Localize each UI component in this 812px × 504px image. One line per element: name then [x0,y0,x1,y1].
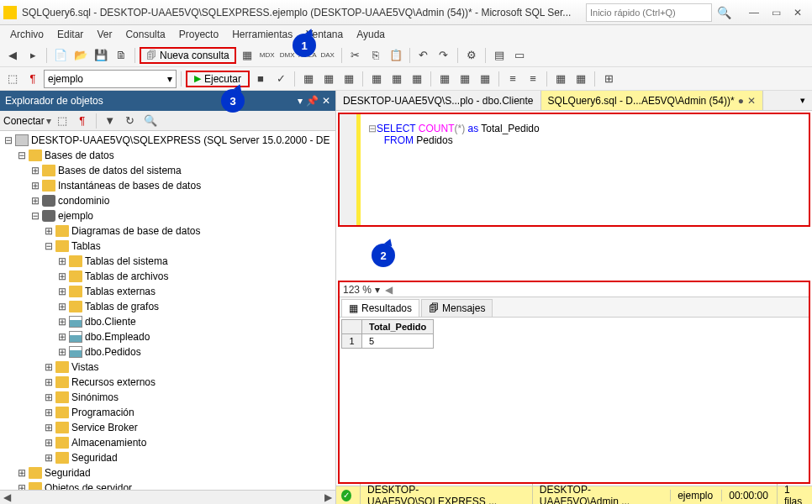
indent-button[interactable]: ▦ [551,70,570,88]
chevron-down-icon[interactable]: ▾ [375,284,380,296]
sql-editor[interactable]: ⊟SELECT COUNT(*) as Total_Pedido FROM Pe… [340,114,809,225]
db-condominio-node[interactable]: condominio [58,195,109,207]
systables-node[interactable]: Tablas del sistema [85,255,168,267]
servicebroker-node[interactable]: Service Broker [71,422,138,433]
include-clientstats-button[interactable]: ▦ [408,70,426,88]
open-button[interactable]: 📂 [71,46,90,65]
specify-values-button[interactable]: ⊞ [599,70,618,88]
new-query-button[interactable]: 🗐 Nueva consulta [140,47,236,64]
views-node[interactable]: Vistas [71,361,98,373]
results-text-button[interactable]: ▦ [435,70,454,88]
sysdb-node[interactable]: Bases de datos del sistema [58,165,182,176]
tab-sqlquery6[interactable]: SQLQuery6.sql - D...AE5VQ\Admin (54))* ●… [541,91,763,110]
include-plan-button[interactable]: ▦ [367,70,386,88]
save-button[interactable]: 💾 [92,46,110,65]
results-file-button[interactable]: ▦ [476,70,494,88]
serverobjects-node[interactable]: Objetos de servidor [45,482,132,490]
close-panel-icon[interactable]: ✕ [322,95,330,107]
dropdown-icon[interactable]: ▾ [298,95,303,107]
query-options-button[interactable]: ▦ [319,70,338,88]
pin-icon[interactable]: 📌 [306,95,319,107]
registered-button[interactable]: ▤ [490,46,509,65]
database-combo[interactable]: ejemplo ▾ [44,70,177,88]
menu-editar[interactable]: Editar [50,27,90,42]
table-pedidos-node[interactable]: dbo.Pedidos [85,346,141,358]
comment-button[interactable]: ▭ [510,46,529,65]
server-node[interactable]: DESKTOP-UAAE5VQ\SQLEXPRESS (SQL Server 1… [31,134,330,146]
results-grid-button[interactable]: ▦ [456,70,474,88]
search-tree-button[interactable]: 🔍 [141,112,160,130]
change-connection-button[interactable]: ⬚ [3,70,22,88]
menu-ver[interactable]: Ver [90,27,119,42]
collapse-icon[interactable]: ⊟ [368,123,377,134]
filetables-node[interactable]: Tablas de archivos [85,270,168,282]
save-all-button[interactable]: 🗎 [112,46,130,65]
column-header[interactable]: Total_Pedido [362,320,434,334]
minimize-button[interactable]: — [743,3,765,22]
cut-button[interactable]: ✂ [346,46,365,65]
explorer-scrollbar[interactable]: ◀ ▶ [0,490,335,504]
back-button[interactable]: ◀ [3,46,22,65]
menu-ayuda[interactable]: Ayuda [350,27,392,42]
exttables-node[interactable]: Tablas externas [85,286,156,297]
forward-button[interactable]: ▸ [24,46,42,65]
close-tab-icon[interactable]: ✕ [747,95,756,107]
dax-button[interactable]: DAX [319,46,337,65]
available-db-button[interactable]: ¶ [24,70,42,88]
menu-archivo[interactable]: Archivo [3,27,50,42]
table-empleado-node[interactable]: dbo.Empleado [85,331,150,343]
uncomment-button[interactable]: ≡ [524,70,542,88]
security2-node[interactable]: Seguridad [45,467,91,479]
extres-node[interactable]: Recursos externos [71,376,156,388]
tables-node[interactable]: Tablas [71,240,101,252]
outdent-button[interactable]: ▦ [572,70,590,88]
snapshots-node[interactable]: Instantáneas de bases de datos [58,180,201,192]
programming-node[interactable]: Programación [71,407,134,418]
include-stats-button[interactable]: ▦ [388,70,406,88]
filter-button[interactable]: ▼ [101,112,119,130]
menu-herramientas[interactable]: Herramientas [225,27,299,42]
xquery-button[interactable]: ▦ [238,46,256,65]
stop-explorer-button[interactable]: ¶ [73,112,92,130]
results-grid[interactable]: Total_Pedido 15 [340,318,809,350]
tab-cliente[interactable]: DESKTOP-UAAE5VQ\S...plo - dbo.Cliente [336,91,541,110]
scroll-left-icon[interactable]: ◀ [0,491,14,503]
refresh-icon[interactable]: ↻ [121,112,140,130]
scroll-left-icon[interactable]: ◀ [385,284,393,296]
new-project-button[interactable]: 📄 [51,46,70,65]
menu-consulta[interactable]: Consulta [119,27,171,42]
storage-node[interactable]: Almacenamiento [71,437,146,449]
scroll-right-icon[interactable]: ▶ [321,491,335,503]
object-tree[interactable]: ⊟DESKTOP-UAAE5VQ\SQLEXPRESS (SQL Server … [0,131,335,490]
messages-tab[interactable]: 🗐 Mensajes [421,299,493,317]
menu-proyecto[interactable]: Proyecto [172,27,225,42]
stop-button[interactable]: ■ [251,70,270,88]
close-button[interactable]: ✕ [787,3,809,22]
paste-button[interactable]: 📋 [387,46,405,65]
redo-button[interactable]: ↷ [435,46,453,65]
maximize-button[interactable]: ▭ [765,3,787,22]
mdx-button[interactable]: MDX [258,46,277,65]
parse-button[interactable]: ✓ [272,70,290,88]
copy-button[interactable]: ⎘ [366,46,385,65]
databases-node[interactable]: Bases de datos [45,150,114,161]
db-ejemplo-node[interactable]: ejemplo [58,210,93,222]
disconnect-button[interactable]: ⬚ [53,112,71,130]
search-icon[interactable]: 🔍 [712,6,736,19]
synonyms-node[interactable]: Sinónimos [71,391,119,403]
cell-value[interactable]: 5 [362,334,434,349]
diagrams-node[interactable]: Diagramas de base de datos [71,225,200,237]
table-cliente-node[interactable]: dbo.Cliente [85,316,136,328]
connect-button[interactable]: Conectar [3,115,45,127]
display-plan-button[interactable]: ▦ [299,70,318,88]
quick-launch-input[interactable] [586,3,712,22]
undo-button[interactable]: ↶ [414,46,433,65]
tab-overflow[interactable]: ▾ [794,91,812,110]
row-number[interactable]: 1 [342,334,362,349]
properties-button[interactable]: ⚙ [462,46,481,65]
intellisense-button[interactable]: ▦ [340,70,358,88]
results-tab[interactable]: ▦ Resultados [341,299,419,317]
zoom-bar[interactable]: 123 % ▾ ◀ [340,282,809,297]
graphtables-node[interactable]: Tablas de grafos [85,301,159,312]
security-node[interactable]: Seguridad [71,452,118,464]
